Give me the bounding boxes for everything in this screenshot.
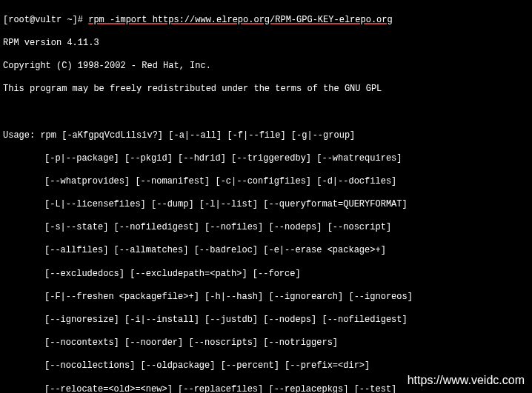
terminal-output[interactable]: [root@vultr ~]# rpm -import https://www.… [3, 3, 529, 393]
usage-line: [--allfiles] [--allmatches] [--badreloc]… [3, 245, 529, 257]
usage-line: [--ignoresize] [-i|--install] [--justdb]… [3, 315, 529, 326]
usage-header: Usage: rpm [-aKfgpqVcdLilsiv?] [-a|--all… [3, 130, 529, 142]
usage-line: [--excludedocs] [--excludepath=<path>] [… [3, 269, 529, 281]
usage-line: [--nocollections] [--oldpackage] [--perc… [3, 360, 529, 372]
output-line: Copyright (C) 1998-2002 - Red Hat, Inc. [3, 61, 529, 73]
shell-prompt: [root@vultr ~]# [3, 15, 88, 25]
usage-line: [--whatprovides] [--nomanifest] [-c|--co… [3, 176, 529, 188]
output-line: This program may be freely redistributed… [3, 84, 529, 95]
output-line: RPM version 4.11.3 [3, 38, 529, 50]
usage-line: [-p|--package] [--pkgid] [--hdrid] [--tr… [3, 153, 529, 165]
usage-line: [-L|--licensefiles] [--dump] [-l|--list]… [3, 199, 529, 211]
usage-line: [-s|--state] [--nofiledigest] [--nofiles… [3, 222, 529, 234]
usage-line: [--nocontexts] [--noorder] [--noscripts]… [3, 337, 529, 349]
command-input: rpm -import https://www.elrepo.org/RPM-G… [88, 15, 392, 25]
usage-line: [-F|--freshen <packagefile>+] [-h|--hash… [3, 292, 529, 303]
watermark-text: https://www.veidc.com [408, 373, 525, 389]
